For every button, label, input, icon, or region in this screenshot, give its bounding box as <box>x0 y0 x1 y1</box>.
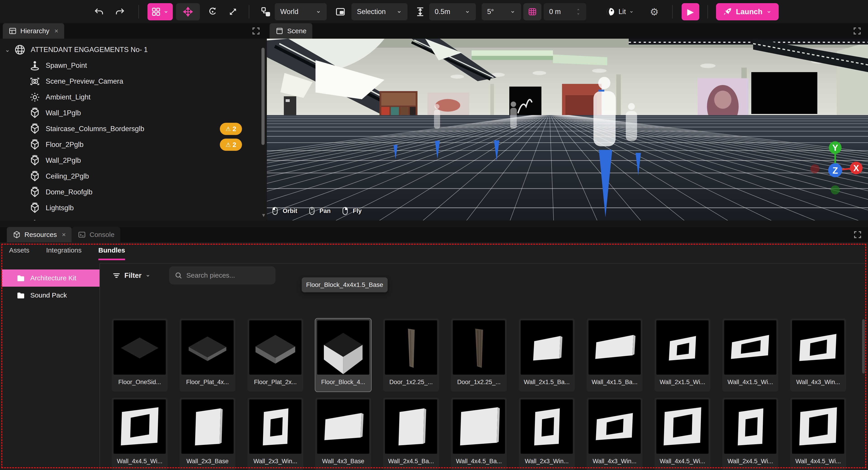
asset-card-Floor_Block_4[interactable]: Floor_Block_4... <box>315 318 371 391</box>
snap-grid-toggle-button[interactable] <box>523 3 541 20</box>
asset-card-Wall_2x15_Wi[interactable]: Wall_2x1.5_Wi... <box>654 318 710 391</box>
tree-item-Ceiling_2Pglb[interactable]: Ceiling_2Pglb <box>0 168 267 184</box>
redo-button[interactable] <box>112 3 128 20</box>
asset-card-Wall_4x15_Wi[interactable]: Wall_4x1.5_Wi... <box>722 318 778 391</box>
tree-item-Spawn_Point[interactable]: Spawn_Point <box>0 58 267 73</box>
chevron-down-icon <box>315 9 321 15</box>
toolbar-divider <box>249 5 249 19</box>
asset-card-Wall_4x45_Wi[interactable]: Wall_4x4.5_Wi... <box>112 398 167 470</box>
asset-card-Wall_2x15_Ba[interactable]: Wall_2x1.5_Ba... <box>519 318 575 391</box>
tree-root-label: ATTENDANT ENGAGEMENTS No- 1 <box>31 46 148 54</box>
asset-card-Wall_4x3_Win[interactable]: Wall_4x3_Win... <box>790 318 846 391</box>
search-input[interactable] <box>186 272 271 279</box>
asset-grid-scrollbar[interactable] <box>862 319 865 373</box>
tab-bundles[interactable]: Bundles <box>98 246 125 260</box>
asset-card-Wall_2x45_Wi[interactable]: Wall_2x4.5_Wi... <box>722 398 778 470</box>
bundle-item-architecture-kit[interactable]: Architecture Kit <box>2 270 99 287</box>
tab-hierarchy[interactable]: Hierarchy × <box>3 23 64 39</box>
asset-card-Door_1x225_[interactable]: Door_1x2.25_... <box>451 318 507 391</box>
tree-item-Nav_Mesh[interactable]: Nav_Mesh <box>0 216 267 220</box>
asset-card-Floor_Plat_2x[interactable]: Floor_Plat_2x... <box>247 318 303 391</box>
mouse-right-button-icon <box>341 205 350 217</box>
launch-button[interactable]: Launch <box>716 3 779 20</box>
asset-card-Wall_4x3_Win[interactable]: Wall_4x3_Win... <box>587 398 643 470</box>
asset-card-Wall_4x45_Ba[interactable]: Wall_4x4.5_Ba... <box>451 398 507 470</box>
selection-dropdown[interactable]: Selection <box>351 3 407 20</box>
asset-card-Floor_OneSid[interactable]: Floor_OneSid... <box>112 318 167 391</box>
height-value-stepper[interactable]: 0 m <box>544 3 586 20</box>
tab-assets[interactable]: Assets <box>9 246 29 260</box>
tab-resources[interactable]: Resources × <box>7 227 72 242</box>
grid-snap-dropdown[interactable]: 0.5m <box>429 3 476 20</box>
asset-card-Wall_4x45_Wi[interactable]: Wall_4x4.5_Wi... <box>790 398 846 470</box>
chevron-down-icon <box>465 9 470 15</box>
expand-viewport-icon[interactable] <box>852 27 862 35</box>
expand-panel-icon[interactable] <box>251 27 260 35</box>
hierarchy-scrollbar[interactable] <box>261 48 265 145</box>
parenting-icon-button[interactable] <box>258 3 274 20</box>
asset-card-Wall_4x3_Base[interactable]: Wall_4x3_Base <box>315 398 371 470</box>
asset-label: Wall_2x1.5_Wi... <box>656 375 709 389</box>
gizmo-y-negative[interactable] <box>831 185 840 194</box>
asset-card-Floor_Plat_4x[interactable]: Floor_Plat_4x... <box>180 318 236 391</box>
bundle-item-sound-pack[interactable]: Sound Pack <box>2 287 99 304</box>
filter-button[interactable]: Filter <box>112 268 151 283</box>
asset-card-Wall_2x3_Win[interactable]: Wall_2x3_Win... <box>247 398 303 470</box>
rotate-tool-button[interactable] <box>205 3 220 20</box>
warning-icon: ⚠ <box>225 141 231 148</box>
asset-card-Wall_2x3_Base[interactable]: Wall_2x3_Base <box>180 398 236 470</box>
stepper-arrows[interactable] <box>576 8 581 15</box>
asset-card-Wall_2x45_Ba[interactable]: Wall_2x4.5_Ba... <box>383 398 439 470</box>
launch-button-label: Launch <box>736 7 763 16</box>
asset-label: Floor_Block_4... <box>317 375 369 389</box>
tree-item-Dome_Roofglb[interactable]: Dome_Roofglb <box>0 184 267 200</box>
world-dropdown[interactable]: World <box>275 3 327 20</box>
warning-count: 2 <box>233 141 236 149</box>
tree-item-Wall_1Pglb[interactable]: Wall_1Pglb <box>0 105 267 121</box>
axis-gizmo[interactable]: Y X Z <box>805 139 868 198</box>
tree-item-Lightsglb[interactable]: Lightsglb <box>0 200 267 216</box>
close-icon[interactable]: × <box>62 231 66 239</box>
tab-scene[interactable]: Scene <box>270 23 312 39</box>
settings-button[interactable]: ⚙ <box>647 3 662 20</box>
asset-card-Wall_4x15_Ba[interactable]: Wall_4x1.5_Ba... <box>587 318 643 391</box>
tab-console[interactable]: Console <box>72 227 120 242</box>
chevron-down-icon[interactable]: ⌄ <box>5 46 14 53</box>
undo-button[interactable] <box>91 3 107 20</box>
asset-card-Wall_4x45_Wi[interactable]: Wall_4x4.5_Wi... <box>654 398 710 470</box>
divider <box>99 263 866 263</box>
asset-card-Wall_2x3_Win[interactable]: Wall_2x3_Win... <box>519 398 575 470</box>
shading-mode-dropdown[interactable]: Lit <box>599 3 640 20</box>
tree-item-Floor_2Pglb[interactable]: Floor_2Pglb⚠2 <box>0 137 267 153</box>
scroll-down-arrow-icon[interactable]: ▾ <box>262 212 265 219</box>
expand-bottom-panel-icon[interactable] <box>853 230 862 239</box>
close-icon[interactable]: × <box>54 27 58 35</box>
warning-badge[interactable]: ⚠2 <box>220 123 242 135</box>
angle-snap-dropdown[interactable]: 5° <box>482 3 521 20</box>
tree-item-Staircase_Columns_Bordersglb[interactable]: Staircase_Columns_Bordersglb⚠2 <box>0 121 267 137</box>
warning-badge[interactable]: ⚠2 <box>220 138 242 151</box>
tree-item-label: Ambient_Light <box>46 93 90 101</box>
asset-card-Door_1x225_[interactable]: Door_1x2.25_... <box>383 318 439 391</box>
asset-thumbnail <box>588 400 641 454</box>
layout-grid-tool-button[interactable] <box>148 3 173 20</box>
window-mode-button[interactable] <box>333 3 348 20</box>
gizmo-x-negative[interactable] <box>810 164 819 174</box>
scale-tool-button[interactable] <box>225 3 241 20</box>
tree-root-row[interactable]: ⌄ ATTENDANT ENGAGEMENTS No- 1 <box>0 42 267 58</box>
tree-item-Scene_Preview_Camera[interactable]: Scene_Preview_Camera <box>0 73 267 89</box>
height-snap-icon[interactable] <box>413 3 427 20</box>
console-icon <box>78 230 86 239</box>
search-box[interactable] <box>169 266 276 284</box>
asset-thumbnail <box>114 400 166 454</box>
resources-body: Assets Integrations Bundles Architecture… <box>0 242 868 470</box>
move-tool-button[interactable] <box>176 3 200 20</box>
play-button[interactable]: ▶ <box>682 3 699 20</box>
tab-integrations[interactable]: Integrations <box>46 246 82 260</box>
tree-item-Wall_2Pglb[interactable]: Wall_2Pglb <box>0 153 267 168</box>
tree-item-Ambient_Light[interactable]: Ambient_Light <box>0 89 267 105</box>
chevron-down-icon <box>766 9 772 15</box>
chevron-down-icon <box>145 273 151 278</box>
scene-3d-render[interactable]: OrbitPanFly Y X Z <box>267 39 868 220</box>
rocket-icon <box>723 7 732 17</box>
